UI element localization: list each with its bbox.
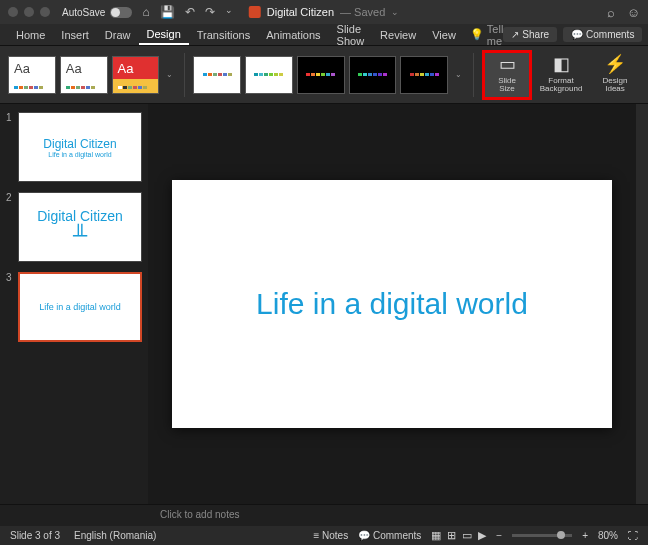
tab-view[interactable]: View — [424, 26, 464, 44]
variant-4[interactable] — [349, 56, 397, 94]
comments-button[interactable]: 💬 Comments — [563, 27, 642, 42]
document-title: Digital Citizen — Saved ⌄ — [249, 6, 400, 18]
theme-3[interactable]: Aa — [112, 56, 160, 94]
variant-1[interactable] — [193, 56, 241, 94]
person-icon: ╨ — [73, 224, 87, 247]
zoom-slider[interactable] — [512, 534, 572, 537]
autosave-switch[interactable] — [110, 7, 132, 18]
fit-window-icon[interactable]: ⛶ — [628, 530, 638, 541]
quick-access-toolbar: ⌂ 💾 ↶ ↷ ⌄ — [142, 5, 232, 19]
title-chevron-icon[interactable]: ⌄ — [391, 7, 399, 17]
save-icon[interactable]: 💾 — [160, 5, 175, 19]
tab-draw[interactable]: Draw — [97, 26, 139, 44]
save-status: — Saved — [340, 6, 385, 18]
main-area: 1 Digital Citizen Life in a digital worl… — [0, 104, 648, 504]
vertical-scrollbar[interactable] — [636, 104, 648, 504]
slide-text[interactable]: Life in a digital world — [256, 287, 528, 321]
share-button[interactable]: ↗ Share — [503, 27, 557, 42]
redo-icon[interactable]: ↷ — [205, 5, 215, 19]
tell-me[interactable]: 💡 Tell me — [470, 23, 504, 47]
thumb-number: 3 — [6, 272, 14, 342]
undo-icon[interactable]: ↶ — [185, 5, 195, 19]
format-bg-icon: ◧ — [553, 55, 570, 75]
design-ideas-icon: ⚡ — [604, 55, 626, 75]
ribbon-tabs: Home Insert Draw Design Transitions Anim… — [0, 24, 648, 46]
zoom-out-icon[interactable]: − — [496, 530, 502, 541]
theme-2[interactable]: Aa — [60, 56, 108, 94]
variant-3[interactable] — [297, 56, 345, 94]
format-background-button[interactable]: ◧ Format Background — [536, 50, 586, 100]
design-ideas-button[interactable]: ⚡ Design Ideas — [590, 50, 640, 100]
powerpoint-icon — [249, 6, 261, 18]
themes-more-icon[interactable]: ⌄ — [163, 70, 176, 79]
account-icon[interactable]: ☺ — [627, 5, 640, 20]
tab-home[interactable]: Home — [8, 26, 53, 44]
zoom-in-icon[interactable]: + — [582, 530, 588, 541]
tab-transitions[interactable]: Transitions — [189, 26, 258, 44]
slide-canvas-area[interactable]: Life in a digital world — [148, 104, 636, 504]
window-controls[interactable] — [8, 7, 50, 17]
comments-toggle[interactable]: 💬 Comments — [358, 530, 421, 541]
slide-canvas[interactable]: Life in a digital world — [172, 180, 612, 428]
notes-toggle[interactable]: ≡ Notes — [313, 530, 348, 541]
titlebar: AutoSave ⌂ 💾 ↶ ↷ ⌄ Digital Citizen — Sav… — [0, 0, 648, 24]
tab-animations[interactable]: Animations — [258, 26, 328, 44]
zoom-level[interactable]: 80% — [598, 530, 618, 541]
autosave-label: AutoSave — [62, 7, 105, 18]
slide-size-button[interactable]: ▭ Slide Size — [482, 50, 532, 100]
qat-chevron-icon[interactable]: ⌄ — [225, 5, 233, 19]
search-icon[interactable]: ⌕ — [607, 5, 615, 20]
tab-insert[interactable]: Insert — [53, 26, 97, 44]
slide-panel: 1 Digital Citizen Life in a digital worl… — [0, 104, 148, 504]
reading-view-icon[interactable]: ▭ — [462, 529, 472, 542]
design-ribbon: Aa Aa Aa ⌄ ⌄ ▭ Slide Size ◧ Format Backg… — [0, 46, 648, 104]
status-bar: Slide 3 of 3 English (Romania) ≡ Notes 💬… — [0, 526, 648, 545]
language-indicator[interactable]: English (Romania) — [74, 530, 156, 541]
autosave-toggle[interactable]: AutoSave — [62, 7, 132, 18]
normal-view-icon[interactable]: ▦ — [431, 529, 441, 542]
slide-size-icon: ▭ — [499, 55, 516, 75]
notes-placeholder: Click to add notes — [160, 509, 240, 520]
tab-review[interactable]: Review — [372, 26, 424, 44]
slide-thumb-2[interactable]: Digital Citizen ╨ — [18, 192, 142, 262]
slideshow-view-icon[interactable]: ▶ — [478, 529, 486, 542]
doc-name: Digital Citizen — [267, 6, 334, 18]
slide-thumb-3[interactable]: Life in a digital world — [18, 272, 142, 342]
home-icon[interactable]: ⌂ — [142, 5, 149, 19]
sorter-view-icon[interactable]: ⊞ — [447, 529, 456, 542]
variant-2[interactable] — [245, 56, 293, 94]
variants-more-icon[interactable]: ⌄ — [452, 70, 465, 79]
variant-5[interactable] — [400, 56, 448, 94]
thumb-number: 2 — [6, 192, 14, 262]
notes-pane[interactable]: Click to add notes — [0, 504, 648, 526]
view-buttons: ▦ ⊞ ▭ ▶ — [431, 529, 486, 542]
tab-design[interactable]: Design — [139, 25, 189, 45]
slide-indicator[interactable]: Slide 3 of 3 — [10, 530, 60, 541]
thumb-number: 1 — [6, 112, 14, 182]
tab-slideshow[interactable]: Slide Show — [329, 20, 373, 50]
slide-thumb-1[interactable]: Digital Citizen Life in a digital world — [18, 112, 142, 182]
theme-1[interactable]: Aa — [8, 56, 56, 94]
